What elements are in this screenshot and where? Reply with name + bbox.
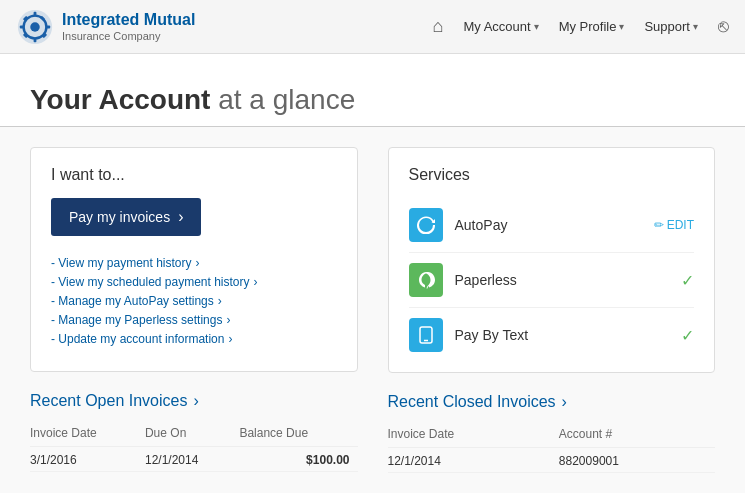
service-item-paperless: Paperless ✓ bbox=[409, 253, 695, 308]
hero-section: Your Account at a glance bbox=[0, 54, 745, 127]
logo-brand-name: Integrated Mutual bbox=[62, 10, 195, 29]
view-payment-history-link[interactable]: - View my payment history › bbox=[51, 256, 337, 270]
paperless-status: ✓ bbox=[681, 271, 694, 290]
main-content: I want to... Pay my invoices › - View my… bbox=[0, 127, 745, 493]
svg-rect-3 bbox=[34, 11, 37, 16]
services-title: Services bbox=[409, 166, 695, 184]
closed-invoices-arrow: › bbox=[562, 393, 567, 411]
logo-text: Integrated Mutual Insurance Company bbox=[62, 10, 195, 42]
quick-links-list: - View my payment history › - View my sc… bbox=[51, 256, 337, 346]
support-dropdown-arrow: ▾ bbox=[693, 21, 698, 32]
page-title: Your Account at a glance bbox=[30, 84, 715, 116]
left-panel: I want to... Pay my invoices › - View my… bbox=[30, 147, 358, 473]
autopay-edit-action[interactable]: ✏ EDIT bbox=[654, 218, 694, 232]
col-due-on: Due On bbox=[145, 422, 239, 447]
paperless-icon bbox=[409, 263, 443, 297]
logo-company-type: Insurance Company bbox=[62, 30, 195, 43]
edit-pencil-icon: ✏ bbox=[654, 218, 664, 232]
logo-area: Integrated Mutual Insurance Company bbox=[16, 8, 433, 46]
manage-paperless-link[interactable]: - Manage my Paperless settings › bbox=[51, 313, 337, 327]
nav-area: ⌂ My Account ▾ My Profile ▾ Support ▾ ⎋ bbox=[433, 16, 729, 37]
profile-dropdown-arrow: ▾ bbox=[619, 21, 624, 32]
closed-account-num-cell: 882009001 bbox=[559, 448, 715, 473]
recent-open-invoices-section: Recent Open Invoices › Invoice Date Due … bbox=[30, 392, 358, 472]
view-scheduled-history-link[interactable]: - View my scheduled payment history › bbox=[51, 275, 337, 289]
open-invoices-table: Invoice Date Due On Balance Due 3/1/2016… bbox=[30, 422, 358, 472]
col-account-num: Account # bbox=[559, 423, 715, 448]
i-want-to-box: I want to... Pay my invoices › - View my… bbox=[30, 147, 358, 372]
svg-rect-6 bbox=[45, 25, 50, 28]
list-item: - View my scheduled payment history › bbox=[51, 275, 337, 289]
pay-invoices-button[interactable]: Pay my invoices › bbox=[51, 198, 201, 236]
recent-open-invoices-title[interactable]: Recent Open Invoices › bbox=[30, 392, 358, 410]
paybytext-name: Pay By Text bbox=[455, 327, 682, 343]
paybytext-check-icon: ✓ bbox=[681, 327, 694, 344]
nav-support[interactable]: Support ▾ bbox=[644, 19, 698, 34]
home-icon[interactable]: ⌂ bbox=[433, 16, 444, 37]
account-dropdown-arrow: ▾ bbox=[534, 21, 539, 32]
svg-point-2 bbox=[30, 22, 40, 32]
closed-invoice-date-cell: 12/1/2014 bbox=[388, 448, 559, 473]
balance-due-cell: $100.00 bbox=[239, 447, 357, 472]
list-item: - Update my account information › bbox=[51, 332, 337, 346]
paperless-check-icon: ✓ bbox=[681, 272, 694, 289]
i-want-to-title: I want to... bbox=[51, 166, 337, 184]
invoice-date-cell: 3/1/2016 bbox=[30, 447, 145, 472]
list-item: - Manage my AutoPay settings › bbox=[51, 294, 337, 308]
autopay-icon bbox=[409, 208, 443, 242]
svg-rect-4 bbox=[34, 37, 37, 42]
header: Integrated Mutual Insurance Company ⌂ My… bbox=[0, 0, 745, 54]
services-box: Services AutoPay ✏ EDIT Paper bbox=[388, 147, 716, 373]
service-item-autopay: AutoPay ✏ EDIT bbox=[409, 198, 695, 253]
due-on-cell: 12/1/2014 bbox=[145, 447, 239, 472]
paybytext-status: ✓ bbox=[681, 326, 694, 345]
col-closed-invoice-date: Invoice Date bbox=[388, 423, 559, 448]
right-panel: Services AutoPay ✏ EDIT Paper bbox=[388, 147, 716, 473]
open-invoices-arrow: › bbox=[193, 392, 198, 410]
table-row: 12/1/2014 882009001 bbox=[388, 448, 716, 473]
table-row: 3/1/2016 12/1/2014 $100.00 bbox=[30, 447, 358, 472]
list-item: - View my payment history › bbox=[51, 256, 337, 270]
logout-icon[interactable]: ⎋ bbox=[718, 16, 729, 37]
manage-autopay-link[interactable]: - Manage my AutoPay settings › bbox=[51, 294, 337, 308]
update-account-link[interactable]: - Update my account information › bbox=[51, 332, 337, 346]
col-invoice-date: Invoice Date bbox=[30, 422, 145, 447]
nav-my-profile[interactable]: My Profile ▾ bbox=[559, 19, 625, 34]
paybytext-icon bbox=[409, 318, 443, 352]
recent-closed-invoices-section: Recent Closed Invoices › Invoice Date Ac… bbox=[388, 393, 716, 473]
autopay-name: AutoPay bbox=[455, 217, 654, 233]
closed-invoices-table: Invoice Date Account # 12/1/2014 8820090… bbox=[388, 423, 716, 473]
nav-my-account[interactable]: My Account ▾ bbox=[463, 19, 538, 34]
pay-invoices-arrow: › bbox=[178, 208, 183, 226]
svg-rect-5 bbox=[20, 25, 25, 28]
logo-icon bbox=[16, 8, 54, 46]
paperless-name: Paperless bbox=[455, 272, 682, 288]
edit-label: EDIT bbox=[667, 218, 694, 232]
col-balance-due: Balance Due bbox=[239, 422, 357, 447]
recent-closed-invoices-title[interactable]: Recent Closed Invoices › bbox=[388, 393, 716, 411]
list-item: - Manage my Paperless settings › bbox=[51, 313, 337, 327]
service-item-paybytext: Pay By Text ✓ bbox=[409, 308, 695, 362]
